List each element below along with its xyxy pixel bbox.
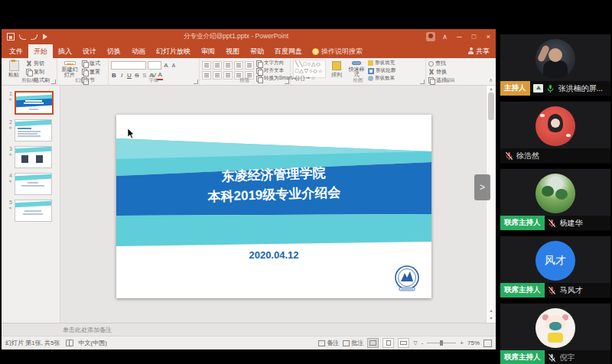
- participant-name: 张洪楠的屏...: [558, 83, 603, 94]
- find-button[interactable]: 查找: [428, 60, 447, 67]
- language-indicator[interactable]: 中文(中国): [79, 339, 107, 347]
- undo-icon[interactable]: [18, 33, 26, 41]
- fill-icon: [368, 60, 373, 66]
- shape-outline-button[interactable]: 形状轮廓: [368, 67, 396, 74]
- thumbnail-row: 1∗: [5, 91, 57, 115]
- replace-button[interactable]: 替换: [428, 68, 447, 76]
- paste-button[interactable]: 粘贴: [4, 60, 24, 78]
- scroll-up-icon[interactable]: ▴: [490, 86, 492, 91]
- participant-name: 马风才: [560, 285, 583, 296]
- slideshow-icon[interactable]: [41, 33, 49, 41]
- comments-filter-icon[interactable]: ▽: [413, 340, 417, 346]
- participant-tile[interactable]: 徐浩然: [500, 101, 611, 164]
- tab-baidu-netdisk[interactable]: 百度网盘: [269, 44, 308, 58]
- font-size-combobox[interactable]: [148, 61, 161, 70]
- save-icon[interactable]: [7, 33, 15, 41]
- scrollbar-thumb[interactable]: [488, 93, 494, 120]
- collapse-ribbon-icon[interactable]: ∧: [489, 77, 493, 83]
- group-clipboard: 粘贴 剪切 复制 格式刷 剪贴板: [2, 58, 57, 85]
- maximize-button[interactable]: □: [467, 29, 481, 44]
- drawing-dialog-launcher[interactable]: [420, 80, 425, 84]
- status-bar: 幻灯片 第1张, 共5张 中文(中国) 备注 批注 ▽ - + 75%: [2, 336, 496, 349]
- notes-pane[interactable]: 单击此处添加备注: [2, 323, 496, 336]
- clipboard-dialog-launcher[interactable]: [51, 80, 56, 84]
- share-button[interactable]: 共享: [462, 44, 496, 58]
- tab-help[interactable]: 帮助: [245, 44, 269, 58]
- zoom-in-button[interactable]: +: [460, 340, 464, 346]
- mic-muted-icon: [548, 353, 557, 362]
- tab-home[interactable]: 开始: [28, 44, 53, 58]
- zoom-out-button[interactable]: -: [422, 340, 424, 346]
- panel-collapse-toggle[interactable]: >: [474, 174, 490, 200]
- mic-muted-icon: [548, 286, 557, 295]
- tab-review[interactable]: 审阅: [196, 44, 220, 58]
- numbering-icon[interactable]: [213, 61, 222, 70]
- decrease-indent-icon[interactable]: [223, 61, 233, 70]
- paragraph-dialog-launcher[interactable]: [285, 80, 289, 84]
- redo-icon[interactable]: [30, 33, 37, 41]
- tab-view[interactable]: 视图: [220, 44, 245, 58]
- participant-tile-cohost[interactable]: 风才 联席主持人 马风才: [500, 236, 611, 298]
- font-name-combobox[interactable]: [111, 61, 146, 70]
- quick-styles-button[interactable]: 快速样式: [347, 60, 366, 78]
- thumbnail-slide-5[interactable]: [15, 200, 52, 222]
- participant-tile-cohost[interactable]: 联席主持人 杨建华: [500, 168, 611, 231]
- zoom-level[interactable]: 75%: [467, 340, 480, 346]
- reset-button[interactable]: 重置: [82, 68, 100, 76]
- reset-icon: [82, 69, 88, 75]
- bullets-icon[interactable]: [202, 61, 211, 70]
- cohost-badge: 联席主持人: [500, 350, 545, 364]
- new-slide-button[interactable]: 新建幻灯片: [60, 60, 80, 78]
- thumbnail-slide-1[interactable]: [15, 91, 54, 115]
- zoom-slider[interactable]: [427, 343, 456, 343]
- account-avatar[interactable]: [423, 29, 438, 44]
- ribbon-display-options-icon[interactable]: ∧: [438, 29, 452, 44]
- transition-star-icon: ∗: [8, 96, 12, 102]
- thumbnail-slide-4[interactable]: [15, 173, 52, 195]
- spellcheck-icon[interactable]: [66, 340, 73, 346]
- lightbulb-icon: [312, 48, 319, 55]
- slide-sorter-view-button[interactable]: [382, 338, 394, 348]
- host-badge: 主持人: [500, 81, 530, 96]
- participant-tile-cohost[interactable]: 联席主持人 倪宇: [500, 303, 611, 364]
- grow-font-button[interactable]: A: [163, 62, 169, 70]
- close-button[interactable]: ×: [481, 29, 496, 44]
- zoom-slider-knob[interactable]: [440, 340, 443, 346]
- shape-fill-button[interactable]: 形状填充: [368, 60, 396, 67]
- layout-button[interactable]: 版式: [82, 60, 100, 67]
- font-dialog-launcher[interactable]: [194, 80, 198, 84]
- tab-file[interactable]: 文件: [4, 44, 28, 58]
- shapes-gallery[interactable]: ╲╲□○△◇ □△▽○◇☆ (){}⇒☆: [293, 60, 326, 78]
- tab-transitions[interactable]: 切换: [102, 44, 126, 58]
- participant-tile-host[interactable]: 主持人 张洪楠的屏...: [500, 34, 611, 96]
- tell-me-search[interactable]: 操作说明搜索: [308, 44, 367, 58]
- tab-animations[interactable]: 动画: [126, 44, 151, 58]
- tab-slideshow[interactable]: 幻灯片放映: [151, 44, 196, 58]
- slide-canvas[interactable]: 东凌经济管理学院 本科2019级专业介绍会 2020.04.12: [116, 115, 431, 298]
- participant-name: 徐浩然: [516, 151, 539, 161]
- thumbnail-slide-2[interactable]: [15, 119, 52, 141]
- line-spacing-icon[interactable]: [245, 61, 254, 70]
- shrink-font-button[interactable]: A: [171, 62, 177, 70]
- ppt-titlebar: 分专业介绍@ppt1.pptx - PowerPoint ∧ ─ □ ×: [2, 29, 496, 44]
- tab-design[interactable]: 设计: [77, 44, 102, 58]
- shared-powerpoint-window: 分专业介绍@ppt1.pptx - PowerPoint ∧ ─ □ × 文件 …: [2, 29, 496, 349]
- comments-toggle[interactable]: 批注: [343, 339, 363, 347]
- normal-view-button[interactable]: [367, 338, 379, 348]
- copy-button[interactable]: 复制: [26, 68, 50, 76]
- vertical-scrollbar[interactable]: ▴ ▴ ▾: [486, 86, 496, 323]
- minimize-button[interactable]: ─: [452, 29, 467, 44]
- layout-icon: [82, 60, 88, 67]
- previous-slide-button[interactable]: ▴: [490, 307, 492, 313]
- fit-to-window-icon[interactable]: [483, 340, 492, 347]
- reading-view-button[interactable]: [398, 338, 409, 348]
- tab-insert[interactable]: 插入: [53, 44, 77, 58]
- notes-toggle[interactable]: 备注: [318, 339, 339, 347]
- next-slide-button[interactable]: ▾: [490, 315, 492, 320]
- paste-icon: [9, 60, 19, 71]
- increase-indent-icon[interactable]: [234, 61, 243, 70]
- avatar: [536, 39, 575, 79]
- thumbnail-slide-3[interactable]: [15, 146, 52, 168]
- cut-button[interactable]: 剪切: [26, 60, 50, 67]
- arrange-button[interactable]: 排列: [328, 60, 345, 78]
